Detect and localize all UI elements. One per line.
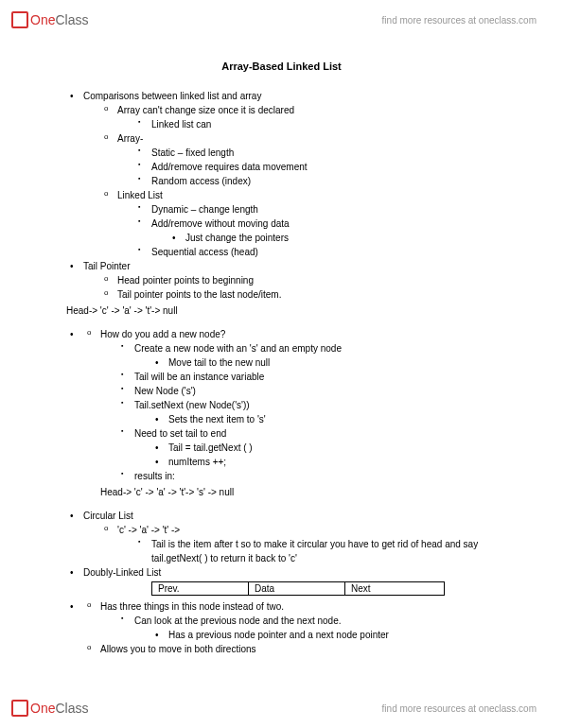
- logo-text: OneClass: [30, 701, 88, 716]
- list-item: Add/remove without moving data Just chan…: [134, 217, 497, 245]
- page-header: OneClass find more resources at oneclass…: [0, 0, 563, 34]
- list-item: Dynamic – change length: [134, 202, 497, 217]
- list-item: Tail = tail.getNext ( ): [151, 441, 497, 455]
- list-item: Allows you to move in both directions: [83, 642, 497, 656]
- table-cell: Prev.: [152, 582, 249, 596]
- text: Comparisons between linked list and arra…: [83, 91, 261, 101]
- text: Sequential access (head): [151, 247, 258, 257]
- text: Sets the next item to 's': [168, 414, 266, 425]
- text: Doubly-Linked List: [83, 567, 161, 578]
- list-item: 'c' -> 'a' -> 't' -> Tail is the item af…: [100, 523, 497, 565]
- logo-icon: [11, 11, 28, 28]
- text: Tail is the item after t so to make it c…: [151, 539, 478, 563]
- text: Add/remove without moving data: [151, 218, 290, 229]
- text: Tail.setNext (new Node('s')): [134, 400, 250, 410]
- diagram-text: Head-> 'c' -> 'a' -> 't'-> 's' -> null: [66, 487, 497, 497]
- list-item: Has a previous node pointer and a next n…: [151, 628, 497, 642]
- text: Random access (index): [151, 176, 251, 186]
- node-table: Prev. Data Next: [151, 581, 445, 596]
- list-item: Move tail to the new null: [151, 355, 497, 370]
- list-item: Linked List Dynamic – change length Add/…: [100, 188, 497, 259]
- list-item: Can look at the previous node and the ne…: [117, 614, 497, 642]
- brand-logo: OneClass: [11, 700, 88, 717]
- list-item: Linked list can: [134, 117, 497, 131]
- table-cell: Data: [248, 582, 344, 596]
- list-item: Just change the pointers: [168, 231, 497, 245]
- text: Create a new node with an 's' and an emp…: [134, 343, 342, 354]
- text: Add/remove requires data movement: [151, 162, 308, 172]
- list-item: Static – fixed length: [134, 146, 497, 160]
- list-item: Doubly-Linked List: [66, 565, 497, 580]
- logo-icon: [11, 700, 28, 717]
- footer-tagline[interactable]: find more resources at oneclass.com: [382, 703, 537, 714]
- text: Tail will be an instance variable: [134, 372, 264, 382]
- list-item: Need to set tail to end Tail = tail.getN…: [117, 426, 497, 469]
- list-item: Tail is the item after t so to make it c…: [134, 537, 497, 565]
- list-item: How do you add a new node? Create a new …: [83, 327, 497, 483]
- text: How do you add a new node?: [100, 329, 225, 339]
- text: Dynamic – change length: [151, 204, 258, 215]
- text: Linked List: [117, 190, 163, 200]
- page-footer: OneClass find more resources at oneclass…: [0, 694, 563, 722]
- text: Circular List: [83, 511, 133, 521]
- list-item: Add/remove requires data movement: [134, 160, 497, 174]
- text: results in:: [134, 471, 175, 481]
- text: Array can't change size once it is decla…: [117, 105, 294, 115]
- list-item: Create a new node with an 's' and an emp…: [117, 341, 497, 370]
- brand-logo: OneClass: [11, 11, 88, 28]
- text: Tail = tail.getNext ( ): [168, 442, 253, 453]
- text: Has a previous node pointer and a next n…: [168, 630, 389, 640]
- document-body: Array-Based Linked List Comparisons betw…: [0, 34, 563, 666]
- list-item: numItems ++;: [151, 455, 497, 469]
- text: Array-: [117, 133, 143, 144]
- list-item: Tail pointer points to the last node/ite…: [100, 287, 497, 302]
- text: Tail pointer points to the last node/ite…: [117, 289, 281, 300]
- table-cell: Next: [344, 582, 444, 596]
- text: Just change the pointers: [185, 233, 289, 243]
- text: Head pointer points to beginning: [117, 275, 254, 286]
- list-item: Sets the next item to 's': [151, 412, 497, 426]
- list-item: Tail.setNext (new Node('s')) Sets the ne…: [117, 398, 497, 426]
- list-item: New Node ('s'): [117, 384, 497, 398]
- text: Move tail to the new null: [168, 357, 270, 368]
- list-item: Sequential access (head): [134, 245, 497, 259]
- header-tagline[interactable]: find more resources at oneclass.com: [382, 15, 537, 26]
- text: Can look at the previous node and the ne…: [134, 615, 342, 626]
- list-item: Tail will be an instance variable: [117, 370, 497, 384]
- list-item: results in:: [117, 469, 497, 483]
- list-item: Array- Static – fixed length Add/remove …: [100, 131, 497, 188]
- text: Static – fixed length: [151, 147, 234, 158]
- page-title: Array-Based Linked List: [66, 61, 497, 72]
- list-item: Head pointer points to beginning: [100, 273, 497, 287]
- text: Tail Pointer: [83, 261, 130, 271]
- text: Has three things in this node instead of…: [100, 601, 284, 612]
- list-item: Circular List 'c' -> 'a' -> 't' -> Tail …: [66, 509, 497, 565]
- text: Allows you to move in both directions: [100, 644, 256, 654]
- text: numItems ++;: [168, 457, 226, 467]
- list-item: Array can't change size once it is decla…: [100, 103, 497, 131]
- logo-text: OneClass: [30, 12, 88, 27]
- diagram-text: Head-> 'c' -> 'a' -> 't'-> null: [66, 305, 497, 316]
- list-item: Tail Pointer Head pointer points to begi…: [66, 259, 497, 302]
- text: Linked list can: [151, 119, 211, 130]
- text: 'c' -> 'a' -> 't' ->: [117, 525, 180, 535]
- list-item: Comparisons between linked list and arra…: [66, 89, 497, 259]
- text: New Node ('s'): [134, 386, 196, 396]
- list-item: Has three things in this node instead of…: [83, 599, 497, 642]
- text: Need to set tail to end: [134, 428, 226, 439]
- list-item: Random access (index): [134, 174, 497, 188]
